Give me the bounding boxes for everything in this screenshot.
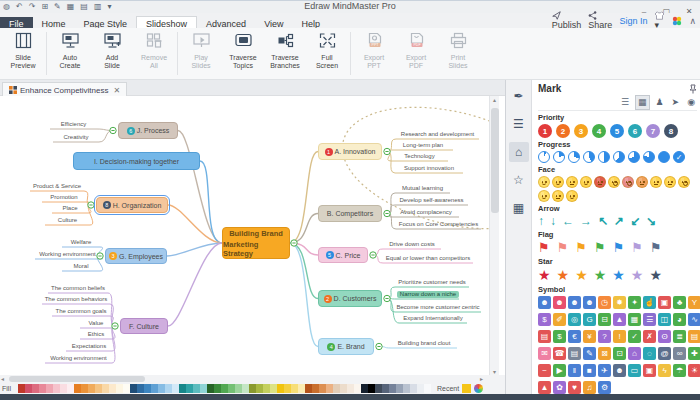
central-topic[interactable]: Building Brand Marketing Strategy [222, 227, 290, 259]
search-icon[interactable]: ◌ [643, 347, 656, 360]
subtopic[interactable]: Mutual learning [395, 185, 450, 192]
pin-icon[interactable] [689, 84, 697, 94]
mark-home-icon[interactable]: ⌂ [509, 142, 529, 162]
color-swatch[interactable] [200, 384, 207, 393]
star-icon[interactable]: ★ [631, 268, 644, 283]
color-swatch[interactable] [74, 384, 81, 393]
euro-icon[interactable]: € [568, 330, 581, 343]
brush-icon[interactable]: ✒ [509, 86, 529, 106]
color-swatch[interactable] [242, 384, 249, 393]
color-swatch[interactable] [326, 384, 333, 393]
notepad-icon[interactable]: ▤ [568, 347, 581, 360]
color-swatch[interactable] [403, 384, 410, 393]
color-swatch[interactable] [319, 384, 326, 393]
plus-icon[interactable]: ✚ [688, 347, 700, 360]
flag-icon[interactable]: ⚑ [538, 241, 550, 255]
progress-pie-icon[interactable] [598, 151, 610, 163]
color-swatch[interactable] [186, 384, 193, 393]
spreadsheet-icon[interactable]: ▦ [628, 313, 641, 326]
scroll-left-icon[interactable]: ◂ [1, 375, 4, 383]
stop-icon[interactable]: ■ [583, 364, 596, 377]
color-swatch[interactable] [18, 384, 25, 393]
smirk-face-icon[interactable] [552, 190, 564, 202]
dollar-icon[interactable]: $ [553, 330, 566, 343]
subtopic[interactable]: Building brand clout [391, 340, 457, 347]
lightning-icon[interactable]: ϟ [658, 364, 671, 377]
arrow-icon[interactable]: → [580, 215, 592, 228]
subtopic[interactable]: Ethics [80, 331, 112, 338]
progress-pie-icon[interactable] [538, 151, 550, 163]
color-swatch[interactable] [298, 384, 305, 393]
priority-5-icon[interactable]: 5 [610, 124, 624, 138]
coins-icon[interactable]: $ [538, 313, 551, 326]
home-icon[interactable]: ⌂ [628, 347, 641, 360]
photo-icon[interactable]: ▣ [643, 364, 656, 377]
color-swatch[interactable] [53, 384, 60, 393]
color-swatch[interactable] [32, 384, 39, 393]
topic-B[interactable]: B. Competitors [318, 205, 382, 222]
folder-orange-icon[interactable]: ▤ [688, 330, 700, 343]
color-swatch[interactable] [39, 384, 46, 393]
progress-complete-icon[interactable]: ✓ [673, 151, 685, 163]
star-icon[interactable]: ★ [538, 268, 551, 283]
full-screen-button[interactable]: Full Screen [306, 28, 348, 79]
color-swatch[interactable] [81, 384, 88, 393]
topic-I[interactable]: I. Decision-making together [73, 152, 200, 170]
gift-icon[interactable]: ▣ [658, 296, 671, 309]
star-icon[interactable]: ★ [557, 268, 570, 283]
subtopic[interactable]: Culture [45, 217, 90, 224]
target-icon[interactable]: ◎ [568, 313, 581, 326]
yen-icon[interactable]: ¥ [583, 330, 596, 343]
color-swatch[interactable] [396, 384, 403, 393]
check-icon[interactable]: ✓ [628, 330, 641, 343]
color-swatch[interactable] [347, 384, 354, 393]
folder-red-icon[interactable]: ▤ [538, 330, 551, 343]
subtopic[interactable]: Narrow down a niche [397, 291, 459, 298]
color-swatch[interactable] [60, 384, 67, 393]
topic-G[interactable]: 3G. Employees [105, 248, 167, 264]
line-chart-icon[interactable]: ∿ [688, 313, 700, 326]
style-view-icon[interactable]: ♟ [654, 96, 666, 109]
color-swatch[interactable] [333, 384, 340, 393]
color-swatch[interactable] [361, 384, 368, 393]
color-swatch[interactable] [137, 384, 144, 393]
document-tab-close-icon[interactable]: ✕ [114, 86, 121, 95]
subtopic[interactable]: Equal or lower than competitors [383, 255, 473, 262]
subtopic[interactable]: Prioritize customer needs [395, 279, 469, 286]
color-swatch[interactable] [207, 384, 214, 393]
bomb-icon[interactable]: ✸ [613, 296, 626, 309]
collapse-ribbon-icon[interactable]: ∧ [689, 16, 696, 26]
recent-color-swatch[interactable] [462, 384, 471, 393]
subtopic[interactable]: Moral [62, 263, 100, 270]
color-swatch[interactable] [291, 384, 298, 393]
color-swatch[interactable] [123, 384, 130, 393]
color-swatch[interactable] [235, 384, 242, 393]
subtopic[interactable]: Welfare [62, 239, 100, 246]
grin-face-icon[interactable] [538, 176, 550, 188]
star-icon[interactable]: ★ [612, 268, 625, 283]
topic-C[interactable]: 5C. Price [318, 247, 368, 263]
subtopic[interactable]: Expand Internationally [399, 315, 467, 322]
progress-pie-icon[interactable] [568, 151, 580, 163]
arrow-icon[interactable]: ← [562, 215, 574, 228]
phone-icon[interactable]: ☎ [553, 347, 566, 360]
outline-icon[interactable]: ☰ [509, 114, 529, 134]
horizontal-scrollbar-thumb[interactable] [9, 376, 145, 382]
flag-icon[interactable]: ⚑ [631, 241, 643, 255]
eye-icon[interactable]: ◉ [685, 96, 697, 109]
sun-icon[interactable]: ☀ [688, 364, 700, 377]
color-swatch[interactable] [312, 384, 319, 393]
color-swatch[interactable] [221, 384, 228, 393]
star-icon[interactable]: ★ [649, 268, 662, 283]
rain-icon[interactable]: ☂ [673, 364, 686, 377]
group-icon[interactable]: ☻ [583, 296, 596, 309]
id-card-icon[interactable]: ▭ [628, 364, 641, 377]
color-swatch[interactable] [179, 384, 186, 393]
arrow-icon[interactable]: ↗ [614, 215, 624, 228]
color-swatch[interactable] [95, 384, 102, 393]
arrow-icon[interactable]: ↙ [630, 215, 640, 228]
soldier-icon[interactable]: ☻ [613, 364, 626, 377]
tools-icon[interactable]: ✐ [553, 313, 566, 326]
color-swatch[interactable] [277, 384, 284, 393]
g-letter-icon[interactable]: G [583, 313, 596, 326]
